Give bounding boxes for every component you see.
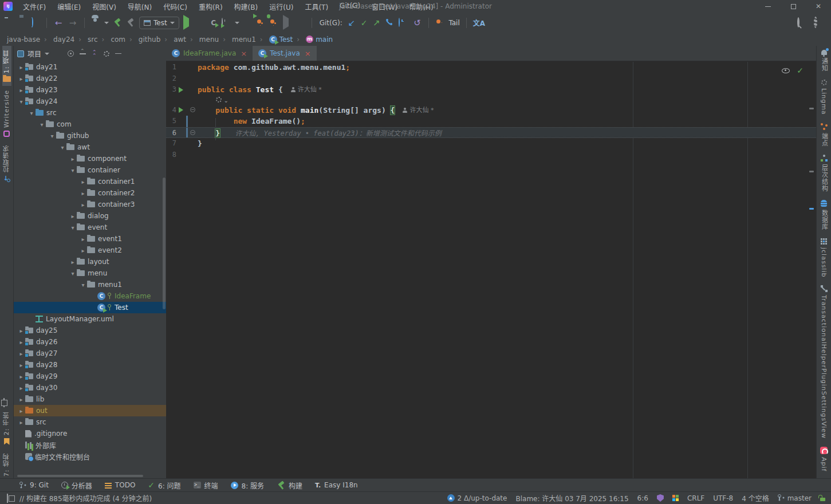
chevron-collapsed-icon[interactable]: ▸ <box>79 202 87 208</box>
tree-row[interactable]: ▸component <box>14 153 166 164</box>
tree-row[interactable]: ▾menu <box>14 267 166 279</box>
tree-row[interactable]: .gitignore <box>14 428 166 439</box>
project-panel-title[interactable]: 项目 <box>27 49 41 58</box>
tree-row[interactable]: ▸day22 <box>14 73 166 84</box>
chevron-expanded-icon[interactable]: ▾ <box>17 99 25 105</box>
code-editor[interactable]: 1package com.github.awt.menu.menu1;23pub… <box>166 62 816 478</box>
code-line[interactable]: 1package com.github.awt.menu.menu1; <box>166 62 816 73</box>
menu-item[interactable]: 视图(V) <box>88 1 121 13</box>
tree-row[interactable]: ▾event <box>14 222 166 233</box>
breadcrumb-method[interactable]: mmain <box>293 36 333 44</box>
tree-row[interactable]: ▸container2 <box>14 187 166 199</box>
menu-item[interactable]: 运行(U) <box>265 1 298 13</box>
code-line[interactable]: 7} <box>166 138 816 149</box>
stripe-item-hierarchy[interactable]: 层次结构 <box>820 151 829 196</box>
hide-panel-icon[interactable] <box>115 53 121 54</box>
breadcrumb-item[interactable]: menu <box>186 36 219 44</box>
editor-tab[interactable]: CTest.java× <box>253 46 317 61</box>
tree-row[interactable]: CIdeaFrame <box>14 290 166 302</box>
coverage-icon[interactable]: C <box>210 19 218 27</box>
code-line[interactable]: 6 }许大仙, Yesterday • feat(day23)：新增测试文件和代… <box>166 127 816 139</box>
tree-row[interactable]: CTest <box>14 302 166 313</box>
tool-window-button-problems[interactable]: ✓6: 问题 <box>148 481 180 490</box>
tree-row[interactable]: ▾com <box>14 119 166 130</box>
no-problems-check-icon[interactable]: ✓ <box>797 66 804 74</box>
code-line[interactable]: 3public class Test {许大仙 * <box>166 84 816 96</box>
stripe-item-transactional[interactable]: TransactionalHelperPluginSettingsView <box>820 281 828 443</box>
tree-row[interactable]: ▸day28 <box>14 359 166 371</box>
tree-row[interactable]: 外部库 <box>14 439 166 451</box>
chevron-collapsed-icon[interactable]: ▸ <box>17 373 25 380</box>
chevron-collapsed-icon[interactable]: ▸ <box>17 419 25 426</box>
menu-item[interactable]: 文件(F) <box>18 1 50 13</box>
tree-row[interactable]: ▾container <box>14 164 166 176</box>
fold-icon[interactable] <box>190 130 195 135</box>
back-icon[interactable]: ← <box>53 18 64 27</box>
code-line[interactable]: 2 <box>166 73 816 85</box>
minimize-button[interactable] <box>755 0 781 13</box>
chevron-collapsed-icon[interactable]: ▸ <box>79 247 87 254</box>
git-branch-widget[interactable]: master <box>778 494 812 502</box>
stripe-item-bookmark[interactable]: 2: 书签 <box>2 408 11 449</box>
tree-row[interactable]: ▸event2 <box>14 245 166 256</box>
menu-item[interactable]: 帮助(H) <box>404 1 438 13</box>
chevron-collapsed-icon[interactable]: ▸ <box>17 385 25 391</box>
tree-row[interactable]: LayoutManager.uml <box>14 313 166 325</box>
file-encoding[interactable]: UTF-8 <box>713 494 733 502</box>
menu-item[interactable]: 窗口(W) <box>367 1 402 13</box>
build-status-message[interactable]: // 构建在 885毫秒内成功完成 (4 分钟之前) <box>19 493 152 503</box>
inlay-settings[interactable]: ⌄ <box>198 96 229 105</box>
chevron-collapsed-icon[interactable]: ▸ <box>17 396 25 403</box>
chevron-collapsed-icon[interactable]: ▸ <box>79 236 87 242</box>
expand-all-icon[interactable] <box>80 50 86 57</box>
chevron-collapsed-icon[interactable]: ▸ <box>17 64 25 70</box>
indent-setting[interactable]: 4 个空格 <box>742 493 769 503</box>
menu-item[interactable]: 导航(N) <box>123 1 156 13</box>
menu-item[interactable]: Git(G) <box>335 1 365 13</box>
chevron-expanded-icon[interactable]: ▾ <box>58 144 66 151</box>
stripe-item-bell[interactable]: 通知 <box>820 46 829 76</box>
git-commit-icon[interactable]: ✓ <box>361 19 368 27</box>
stripe-item-apifox[interactable]: Apif <box>820 443 828 475</box>
tool-window-button-services[interactable]: 8: 服务 <box>231 481 265 490</box>
breadcrumb-item[interactable]: src <box>74 36 97 44</box>
panel-settings-icon[interactable] <box>104 51 109 57</box>
tree-row[interactable]: ▸dialog <box>14 210 166 222</box>
search-icon[interactable] <box>797 17 800 27</box>
forward-icon[interactable]: → <box>68 18 78 27</box>
refresh-icon[interactable] <box>31 17 33 27</box>
window-layouts-icon[interactable] <box>7 494 8 503</box>
tree-row[interactable]: ▸src <box>14 416 166 428</box>
vertical-scrollbar[interactable] <box>163 178 166 309</box>
chevron-collapsed-icon[interactable]: ▸ <box>17 339 25 345</box>
locate-file-icon[interactable] <box>68 50 74 57</box>
run-config-selector[interactable]: Test <box>139 17 179 29</box>
breadcrumb-item[interactable]: com <box>98 36 125 44</box>
close-icon[interactable]: × <box>241 49 247 58</box>
chevron-collapsed-icon[interactable]: ▸ <box>17 87 25 93</box>
run-icon[interactable] <box>183 15 189 30</box>
chevron-expanded-icon[interactable]: ▾ <box>69 167 77 174</box>
breadcrumb-item[interactable]: java-base <box>7 36 40 44</box>
author-code-vision[interactable]: 许大仙 * <box>403 105 434 116</box>
breadcrumb-item[interactable]: day24 <box>40 36 74 44</box>
chevron-expanded-icon[interactable]: ▾ <box>27 110 36 116</box>
tree-row[interactable]: ▾src <box>14 107 166 119</box>
chevron-expanded-icon[interactable]: ▾ <box>38 121 46 128</box>
tool-window-button-profiler[interactable]: 分析器 <box>61 481 92 490</box>
breadcrumb-item[interactable]: github <box>125 36 160 44</box>
menu-item[interactable]: 工具(T) <box>300 1 333 13</box>
chevron-collapsed-icon[interactable]: ▸ <box>79 179 87 185</box>
stripe-item-pull-request[interactable]: 拉取请求 <box>2 141 11 187</box>
fold-icon[interactable] <box>190 107 195 112</box>
restore-windows-icon[interactable] <box>3 398 5 407</box>
tree-row[interactable]: ▾awt <box>14 141 166 153</box>
stripe-item-endpoints[interactable]: 端点 <box>820 119 829 151</box>
settings-gear-icon[interactable] <box>814 17 817 28</box>
tree-row[interactable]: ▸lib <box>14 393 166 405</box>
translate-icon[interactable]: 文A <box>473 18 485 27</box>
tool-window-button-i18n[interactable]: Easy I18n <box>315 481 358 489</box>
editor-tab[interactable]: CIdeaFrame.java× <box>166 46 253 61</box>
stripe-item-jclasslib[interactable]: jclasslib <box>820 234 828 281</box>
collapse-all-icon[interactable] <box>92 50 98 57</box>
